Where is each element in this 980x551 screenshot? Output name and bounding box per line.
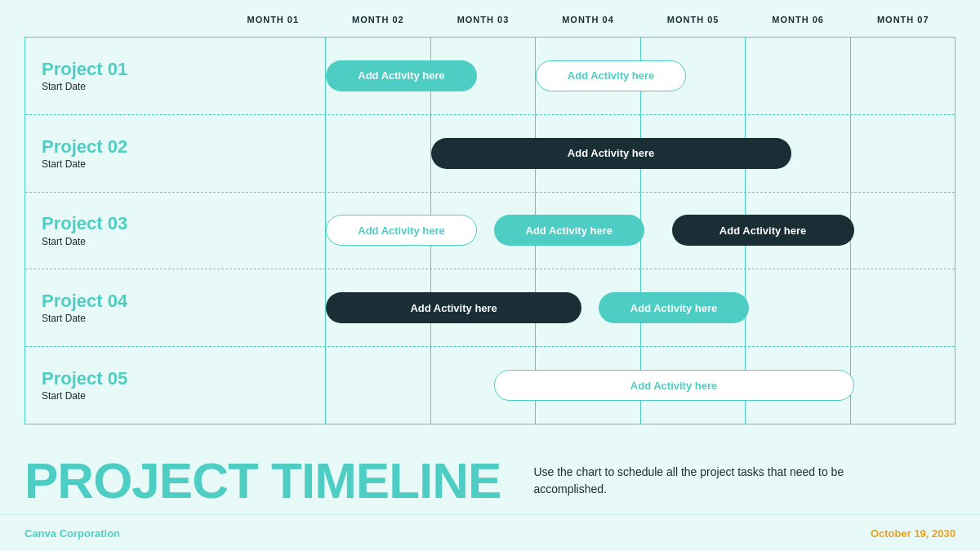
project-name: Project 05 [42, 369, 221, 389]
project-row: Project 05Start DateAdd Activity here [25, 347, 955, 424]
project-start-date: Start Date [42, 81, 221, 92]
activity-bar[interactable]: Add Activity here [326, 292, 581, 323]
footer-description: Use the chart to schedule all the projec… [533, 464, 844, 498]
activity-bar[interactable]: Add Activity here [494, 215, 644, 246]
gantt-container: Project 01Start DateAdd Activity hereAdd… [24, 37, 956, 424]
project-row: Project 01Start DateAdd Activity hereAdd… [25, 38, 955, 115]
bottom-bar: Canva Corporation October 19, 2030 [0, 514, 980, 551]
footer-title: PROJECT TIMELINE [24, 455, 501, 506]
activity-area: Add Activity hereAdd Activity here [221, 269, 955, 346]
activity-area: Add Activity here [221, 115, 955, 192]
activity-bar[interactable]: Add Activity here [326, 215, 476, 246]
project-name: Project 02 [42, 137, 221, 157]
activity-area: Add Activity here [221, 347, 955, 424]
project-label-p4: Project 04Start Date [25, 291, 221, 324]
footer-section: PROJECT TIMELINE Use the chart to schedu… [24, 455, 956, 506]
activity-bar[interactable]: Add Activity here [599, 292, 749, 323]
activity-bar[interactable]: Add Activity here [494, 370, 854, 401]
project-start-date: Start Date [42, 158, 221, 170]
activity-bar[interactable]: Add Activity here [672, 215, 854, 246]
project-label-p2: Project 02Start Date [25, 137, 221, 170]
month-label: MONTH 05 [640, 15, 746, 24]
month-label: MONTH 04 [536, 15, 641, 24]
project-row: Project 03Start DateAdd Activity hereAdd… [25, 193, 955, 270]
month-label: MONTH 02 [326, 15, 431, 24]
company-name: Canva Corporation [24, 527, 120, 540]
activity-bar[interactable]: Add Activity here [431, 138, 791, 169]
month-label: MONTH 01 [220, 15, 326, 24]
months-header: MONTH 01MONTH 02MONTH 03MONTH 04MONTH 05… [220, 15, 956, 24]
project-row: Project 02Start DateAdd Activity here [25, 115, 955, 193]
month-label: MONTH 06 [746, 15, 851, 24]
project-start-date: Start Date [42, 313, 221, 324]
project-rows: Project 01Start DateAdd Activity hereAdd… [25, 38, 955, 424]
activity-bar[interactable]: Add Activity here [326, 60, 476, 91]
date-label: October 19, 2030 [871, 527, 956, 540]
project-name: Project 03 [42, 214, 221, 233]
month-label: MONTH 07 [850, 15, 956, 24]
project-label-p5: Project 05Start Date [25, 369, 221, 402]
activity-bar[interactable]: Add Activity here [536, 60, 686, 91]
project-label-p1: Project 01Start Date [25, 60, 221, 92]
activity-area: Add Activity hereAdd Activity hereAdd Ac… [221, 193, 955, 269]
project-name: Project 01 [42, 60, 221, 79]
project-start-date: Start Date [42, 236, 221, 247]
project-row: Project 04Start DateAdd Activity hereAdd… [25, 269, 955, 347]
project-name: Project 04 [42, 291, 221, 311]
project-label-p3: Project 03Start Date [25, 214, 221, 247]
month-label: MONTH 03 [430, 15, 536, 24]
project-start-date: Start Date [42, 390, 221, 402]
activity-area: Add Activity hereAdd Activity here [221, 38, 955, 114]
